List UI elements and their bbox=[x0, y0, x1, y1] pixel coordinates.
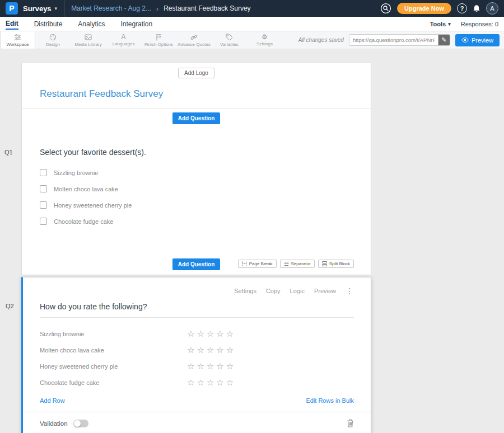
preview-button-label: Preview bbox=[472, 37, 493, 44]
questionpro-logo[interactable]: P bbox=[6, 2, 18, 15]
option-checkbox[interactable] bbox=[40, 218, 47, 225]
rating-row: Molten choco lava cake ☆☆☆☆☆ bbox=[40, 342, 354, 358]
edit-rows-in-bulk-link[interactable]: Edit Rows in Bulk bbox=[306, 397, 354, 404]
star-icon[interactable]: ☆ bbox=[197, 346, 204, 354]
star-icon[interactable]: ☆ bbox=[226, 330, 234, 338]
pencil-icon: ✎ bbox=[441, 36, 446, 44]
question-number-label: Q2 bbox=[6, 303, 14, 309]
page-break-button[interactable]: Page Break bbox=[238, 260, 277, 268]
star-icon[interactable]: ☆ bbox=[226, 378, 234, 387]
preview-button[interactable]: Preview bbox=[455, 34, 500, 46]
rating-row-label: Honey sweetened cherry pie bbox=[40, 363, 187, 370]
surveys-menu[interactable]: Surveys ▾ bbox=[23, 4, 57, 13]
question-card-q2-selected: Settings Copy Logic Preview ⋮ Q2 How do … bbox=[21, 277, 371, 433]
question-settings-button[interactable]: Settings bbox=[234, 288, 256, 294]
question-copy-button[interactable]: Copy bbox=[266, 288, 281, 294]
toolbar-item-label: Finish Options bbox=[144, 42, 173, 47]
option-label: Molten choco lava cake bbox=[54, 186, 118, 192]
help-button[interactable]: ? bbox=[457, 3, 467, 13]
star-icon[interactable]: ☆ bbox=[216, 346, 223, 354]
toolbar-item-finish-options[interactable]: Finish Options bbox=[141, 31, 176, 49]
star-icon[interactable]: ☆ bbox=[226, 346, 234, 354]
avatar[interactable]: A bbox=[486, 2, 498, 15]
survey-url-input[interactable] bbox=[349, 35, 438, 45]
star-icon[interactable]: ☆ bbox=[226, 362, 234, 370]
advance-quotas-icon bbox=[190, 34, 198, 41]
toolbar-item-languages[interactable]: A Languages bbox=[106, 31, 141, 49]
tab-integration[interactable]: Integration bbox=[120, 19, 152, 29]
chevron-right-icon: › bbox=[156, 4, 158, 13]
add-row-link[interactable]: Add Row bbox=[40, 397, 65, 404]
option-checkbox[interactable] bbox=[40, 169, 47, 176]
breadcrumb-folder[interactable]: Market Research - Aug 2... bbox=[71, 4, 151, 12]
tab-analytics[interactable]: Analytics bbox=[78, 19, 105, 29]
autosave-status: All changes saved bbox=[298, 37, 344, 43]
option-checkbox[interactable] bbox=[40, 201, 47, 209]
star-icon[interactable]: ☆ bbox=[207, 362, 214, 370]
delete-question-button[interactable] bbox=[347, 419, 354, 427]
page-break-label: Page Break bbox=[249, 261, 273, 266]
more-vertical-icon[interactable]: ⋮ bbox=[346, 286, 354, 295]
notifications-button[interactable] bbox=[473, 4, 480, 13]
question-logic-button[interactable]: Logic bbox=[290, 288, 305, 294]
option-label: Sizzling brownie bbox=[54, 170, 98, 176]
search-button[interactable] bbox=[380, 3, 391, 14]
toolbar-item-settings[interactable]: ⚙ Settings bbox=[247, 31, 282, 49]
separator-button[interactable]: Separator bbox=[280, 260, 315, 268]
add-question-row: Add Question bbox=[22, 109, 371, 128]
toolbar-item-advance-quotas[interactable]: Advance Quotas bbox=[176, 31, 212, 49]
star-rating: ☆☆☆☆☆ bbox=[187, 346, 234, 354]
star-rating: ☆☆☆☆☆ bbox=[187, 330, 234, 338]
rating-row: Honey sweetened cherry pie ☆☆☆☆☆ bbox=[40, 358, 354, 374]
validation-toggle[interactable] bbox=[73, 420, 88, 427]
star-icon[interactable]: ☆ bbox=[187, 346, 194, 354]
star-icon[interactable]: ☆ bbox=[207, 330, 214, 338]
edit-toolbar: Workspace Design Media Library A Languag… bbox=[0, 31, 504, 49]
star-icon[interactable]: ☆ bbox=[197, 362, 204, 370]
star-icon[interactable]: ☆ bbox=[187, 378, 194, 387]
toolbar-item-variables[interactable]: Variables bbox=[212, 31, 247, 49]
toolbar-item-workspace[interactable]: Workspace bbox=[0, 31, 35, 49]
star-icon[interactable]: ☆ bbox=[207, 378, 214, 387]
separator-label: Separator bbox=[291, 261, 311, 266]
star-icon[interactable]: ☆ bbox=[197, 330, 204, 338]
topbar: P Surveys ▾ Market Research - Aug 2... ›… bbox=[0, 0, 504, 17]
answer-option: Chocolate fudge cake bbox=[40, 218, 353, 225]
question-preview-button[interactable]: Preview bbox=[314, 288, 336, 294]
star-icon[interactable]: ☆ bbox=[197, 378, 204, 387]
eye-icon bbox=[461, 37, 469, 43]
star-icon[interactable]: ☆ bbox=[216, 330, 223, 338]
tab-distribute[interactable]: Distribute bbox=[34, 19, 63, 29]
question-text-q2[interactable]: How do you rate the following? bbox=[40, 302, 354, 318]
tab-edit[interactable]: Edit bbox=[6, 18, 18, 30]
question-title-row: Q2 How do you rate the following? bbox=[23, 300, 371, 318]
split-block-button[interactable]: Split Block bbox=[318, 260, 354, 268]
answer-option: Sizzling brownie bbox=[40, 169, 353, 176]
toolbar-item-design[interactable]: Design bbox=[35, 31, 71, 49]
star-icon[interactable]: ☆ bbox=[216, 378, 223, 387]
tools-menu[interactable]: Tools ▾ bbox=[430, 21, 451, 27]
responses-count[interactable]: Responses: 0 bbox=[461, 21, 498, 27]
toggle-knob bbox=[74, 420, 81, 427]
star-icon[interactable]: ☆ bbox=[187, 330, 194, 338]
upgrade-now-button[interactable]: Upgrade Now bbox=[397, 3, 451, 14]
workspace-icon bbox=[14, 34, 21, 41]
add-question-button[interactable]: Add Question bbox=[172, 112, 221, 124]
answer-option: Molten choco lava cake bbox=[40, 185, 353, 192]
edit-url-button[interactable]: ✎ bbox=[438, 35, 450, 45]
survey-title[interactable]: Restaurant Feedback Survey bbox=[40, 88, 353, 100]
validation-row: Validation bbox=[23, 412, 371, 433]
star-rating: ☆☆☆☆☆ bbox=[187, 362, 234, 370]
add-question-button[interactable]: Add Question bbox=[172, 258, 221, 270]
question-text-q1[interactable]: Select your favorite dessert(s). bbox=[40, 148, 353, 157]
validation-label: Validation bbox=[40, 420, 68, 427]
star-icon[interactable]: ☆ bbox=[187, 362, 194, 370]
add-logo-button[interactable]: Add Logo bbox=[178, 68, 214, 78]
caret-down-icon: ▾ bbox=[448, 21, 451, 27]
star-icon[interactable]: ☆ bbox=[216, 362, 223, 370]
option-checkbox[interactable] bbox=[40, 185, 47, 192]
page-break-icon bbox=[242, 261, 247, 266]
survey-block-card: Add Logo Restaurant Feedback Survey Add … bbox=[21, 63, 371, 275]
toolbar-item-media-library[interactable]: Media Library bbox=[71, 31, 106, 49]
star-icon[interactable]: ☆ bbox=[207, 346, 214, 354]
